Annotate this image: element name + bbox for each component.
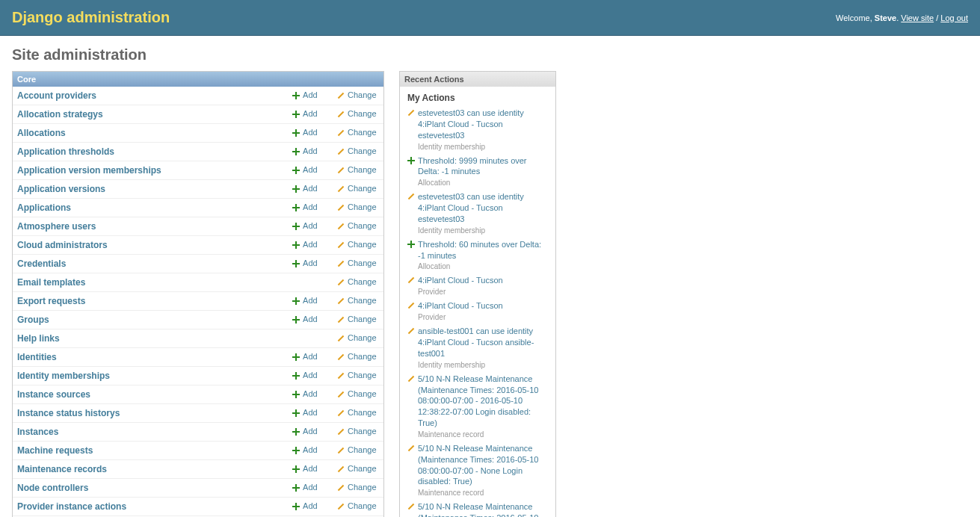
change-link[interactable]: Change	[337, 184, 377, 193]
add-link[interactable]: Add	[292, 408, 318, 417]
model-row: Maintenance recordsAddChange	[13, 460, 383, 479]
model-link[interactable]: Provider instance actions	[17, 501, 126, 512]
plus-icon	[292, 111, 300, 118]
model-link[interactable]: Application version memberships	[17, 165, 161, 176]
add-cell: Add	[288, 87, 333, 105]
add-link[interactable]: Add	[292, 90, 318, 99]
change-cell: Change	[333, 311, 383, 329]
change-link[interactable]: Change	[337, 202, 377, 211]
add-link[interactable]: Add	[292, 221, 318, 230]
change-link[interactable]: Change	[337, 408, 377, 417]
model-link[interactable]: Maintenance records	[17, 464, 107, 474]
model-link[interactable]: Applications	[17, 202, 71, 213]
add-link[interactable]: Add	[292, 109, 318, 118]
recent-action-link[interactable]: 4:iPlant Cloud - Tucson	[418, 300, 503, 312]
model-link[interactable]: Application thresholds	[17, 146, 114, 157]
change-link[interactable]: Change	[337, 277, 377, 286]
model-link[interactable]: Allocations	[17, 128, 66, 138]
model-link[interactable]: Help links	[17, 333, 60, 344]
add-link[interactable]: Add	[292, 296, 318, 305]
change-link[interactable]: Change	[337, 427, 377, 436]
change-link[interactable]: Change	[337, 464, 377, 473]
model-link[interactable]: Identity memberships	[17, 371, 110, 381]
change-link[interactable]: Change	[337, 146, 377, 155]
add-link[interactable]: Add	[292, 352, 318, 361]
model-link[interactable]: Instance status historys	[17, 408, 120, 418]
model-link[interactable]: Atmosphere users	[17, 221, 96, 232]
add-link[interactable]: Add	[292, 146, 318, 155]
add-link[interactable]: Add	[292, 464, 318, 473]
recent-action-link[interactable]: Threshold: 60 minutes over Delta: -1 min…	[418, 239, 548, 261]
model-link[interactable]: Email templates	[17, 277, 85, 288]
model-row: Cloud administratorsAddChange	[13, 236, 383, 255]
change-link[interactable]: Change	[337, 501, 377, 510]
recent-action-link[interactable]: estevetest03 can use identity 4:iPlant C…	[418, 108, 548, 141]
model-name-cell: Instance sources	[13, 386, 288, 404]
change-link[interactable]: Change	[337, 240, 377, 249]
add-link[interactable]: Add	[292, 315, 318, 323]
change-link[interactable]: Change	[337, 389, 377, 398]
log-out-link[interactable]: Log out	[940, 13, 968, 22]
add-link[interactable]: Add	[292, 501, 318, 510]
change-link[interactable]: Change	[337, 90, 377, 99]
change-link[interactable]: Change	[337, 352, 377, 361]
model-link[interactable]: Account providers	[17, 90, 96, 101]
recent-action-item: estevetest03 can use identity 4:iPlant C…	[407, 191, 548, 225]
model-link[interactable]: Identities	[17, 352, 57, 362]
add-link[interactable]: Add	[292, 389, 318, 398]
model-row: Application version membershipsAddChange	[13, 161, 383, 180]
pencil-icon	[407, 302, 415, 309]
add-link[interactable]: Add	[292, 128, 318, 137]
add-link[interactable]: Add	[292, 483, 318, 492]
change-link[interactable]: Change	[337, 371, 377, 380]
add-link[interactable]: Add	[292, 165, 318, 174]
change-link[interactable]: Change	[337, 221, 377, 230]
add-link[interactable]: Add	[292, 184, 318, 193]
change-cell: Change	[333, 498, 383, 516]
change-link[interactable]: Change	[337, 258, 377, 267]
add-link[interactable]: Add	[292, 258, 318, 267]
model-name-cell: Cloud administrators	[13, 236, 288, 255]
model-link[interactable]: Allocation strategys	[17, 109, 103, 120]
model-name-cell: Allocation strategys	[13, 105, 288, 124]
add-link[interactable]: Add	[292, 240, 318, 249]
recent-action-link[interactable]: Threshold: 9999 minutes over Delta: -1 m…	[418, 155, 548, 178]
change-link[interactable]: Change	[337, 445, 377, 454]
view-site-link[interactable]: View site	[901, 13, 934, 22]
change-link[interactable]: Change	[337, 128, 377, 137]
recent-action-link[interactable]: ansible-test001 can use identity 4:iPlan…	[418, 326, 548, 359]
recent-action-link[interactable]: estevetest03 can use identity 4:iPlant C…	[418, 191, 548, 225]
model-link[interactable]: Export requests	[17, 296, 85, 306]
plus-icon	[292, 167, 300, 174]
change-link[interactable]: Change	[337, 296, 377, 305]
model-link[interactable]: Instance sources	[17, 389, 90, 400]
model-link[interactable]: Application versions	[17, 184, 105, 194]
branding-title: Django administration	[12, 9, 170, 26]
model-link[interactable]: Machine requests	[17, 445, 93, 456]
model-link[interactable]: Credentials	[17, 258, 66, 269]
model-name-cell: Identities	[13, 348, 288, 367]
model-link[interactable]: Groups	[17, 315, 49, 325]
plus-icon	[292, 223, 300, 230]
change-link[interactable]: Change	[337, 109, 377, 118]
change-link[interactable]: Change	[337, 483, 377, 492]
recent-action-meta: Provider	[418, 288, 548, 296]
add-link[interactable]: Add	[292, 371, 318, 380]
recent-action-link[interactable]: 5/10 N-N Release Maintenance (Maintenanc…	[418, 501, 548, 517]
model-link[interactable]: Instances	[17, 427, 58, 437]
change-cell: Change	[333, 143, 383, 161]
recent-action-meta: Provider	[418, 313, 548, 321]
recent-action-link[interactable]: 4:iPlant Cloud - Tucson	[418, 275, 503, 286]
recent-action-meta: Allocation	[418, 179, 548, 187]
add-link[interactable]: Add	[292, 445, 318, 454]
model-link[interactable]: Cloud administrators	[17, 240, 108, 250]
change-link[interactable]: Change	[337, 165, 377, 174]
recent-action-link[interactable]: 5/10 N-N Release Maintenance (Maintenanc…	[418, 374, 548, 429]
model-link[interactable]: Node controllers	[17, 483, 88, 493]
change-link[interactable]: Change	[337, 315, 377, 323]
add-link[interactable]: Add	[292, 427, 318, 436]
model-name-cell: Account providers	[13, 87, 288, 105]
change-link[interactable]: Change	[337, 333, 377, 342]
add-link[interactable]: Add	[292, 202, 318, 211]
recent-action-link[interactable]: 5/10 N-N Release Maintenance (Maintenanc…	[418, 443, 548, 487]
